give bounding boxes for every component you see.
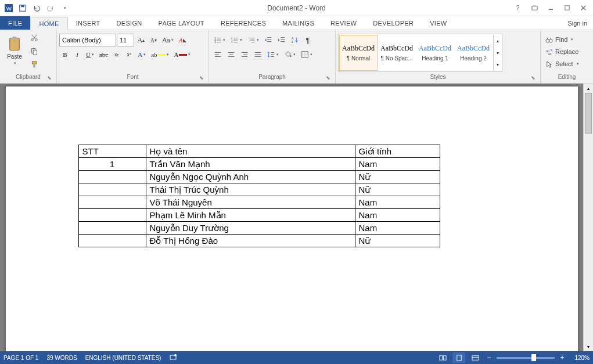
undo-icon[interactable] (30, 2, 43, 15)
table-header-row[interactable]: STTHọ và tênGiới tính (78, 145, 440, 158)
status-bar: PAGE 1 OF 1 39 WORDS ENGLISH (UNITED STA… (0, 351, 593, 364)
align-left-button[interactable] (211, 48, 224, 61)
paragraph-dialog-launcher[interactable] (325, 74, 332, 81)
multilevel-list-button[interactable] (245, 34, 261, 46)
styles-scroll-up[interactable]: ▴ (493, 35, 501, 47)
word-app-icon[interactable]: W (2, 2, 15, 15)
tab-mailings[interactable]: MAILINGS (274, 16, 322, 30)
vertical-scrollbar[interactable]: ▴ ▾ (583, 84, 593, 351)
style---no-spac---[interactable]: AaBbCcDd¶ No Spac... (378, 35, 416, 71)
clipboard-dialog-launcher[interactable] (46, 74, 53, 81)
svg-text:A: A (292, 37, 294, 40)
align-right-button[interactable] (238, 48, 251, 61)
copy-button[interactable] (28, 45, 41, 57)
decrease-indent-button[interactable] (262, 34, 275, 46)
styles-gallery[interactable]: AaBbCcDd¶ NormalAaBbCcDd¶ No Spac...AaBb… (338, 34, 502, 72)
highlight-button[interactable]: ab (149, 48, 171, 61)
redo-icon[interactable] (44, 2, 57, 15)
sort-button[interactable]: AZ (289, 34, 301, 46)
show-hide-button[interactable]: ¶ (302, 34, 314, 46)
clear-formatting-button[interactable]: A◣ (177, 34, 189, 46)
page[interactable]: STTHọ và tênGiới tính1Trần Văn MạnhNamNg… (6, 87, 578, 351)
table-row[interactable]: Đỗ Thị Hồng ĐàoNữ (78, 235, 440, 247)
read-mode-button[interactable] (436, 352, 449, 363)
tab-page-layout[interactable]: PAGE LAYOUT (150, 16, 213, 30)
tab-view[interactable]: VIEW (422, 16, 455, 30)
shrink-font-button[interactable]: A▾ (148, 34, 159, 46)
scroll-thumb[interactable] (585, 93, 592, 134)
styles-scroll-down[interactable]: ▾ (493, 47, 501, 59)
table-row[interactable]: 1Trần Văn MạnhNam (78, 158, 440, 171)
status-words[interactable]: 39 WORDS (46, 355, 77, 361)
font-dialog-launcher[interactable] (198, 74, 205, 81)
outdent-icon (264, 36, 272, 44)
style-heading-2[interactable]: AaBbCcDdHeading 2 (454, 35, 493, 71)
change-case-button[interactable]: Aa (160, 34, 175, 46)
select-button[interactable]: Select (543, 58, 581, 70)
paste-button[interactable]: Paste (2, 31, 27, 70)
numbering-button[interactable]: 123 (228, 34, 245, 46)
status-page[interactable]: PAGE 1 OF 1 (3, 355, 38, 361)
cut-button[interactable] (28, 31, 41, 44)
font-color-button[interactable]: A (172, 48, 193, 61)
status-language[interactable]: ENGLISH (UNITED STATES) (85, 355, 161, 361)
qat-customize-icon[interactable] (58, 2, 71, 15)
tab-developer[interactable]: DEVELOPER (365, 16, 422, 30)
tab-review[interactable]: REVIEW (322, 16, 365, 30)
tab-insert[interactable]: INSERT (68, 16, 109, 30)
help-icon[interactable]: ? (511, 2, 526, 15)
increase-indent-button[interactable] (275, 34, 288, 46)
sign-in-link[interactable]: Sign in (562, 16, 593, 30)
zoom-out-button[interactable]: − (485, 354, 493, 362)
style-heading-1[interactable]: AaBbCcDdHeading 1 (416, 35, 454, 71)
zoom-level[interactable]: 120% (570, 355, 590, 361)
table-row[interactable]: Phạm Lê Minh MẫnNam (78, 209, 440, 222)
document-scroll[interactable]: STTHọ và tênGiới tính1Trần Văn MạnhNamNg… (0, 84, 583, 351)
zoom-slider[interactable] (497, 357, 555, 359)
minimize-icon[interactable] (543, 2, 558, 15)
align-center-button[interactable] (225, 48, 238, 61)
find-button[interactable]: Find (543, 34, 576, 45)
zoom-in-button[interactable]: + (558, 354, 566, 362)
ribbon-options-icon[interactable] (527, 2, 542, 15)
format-painter-button[interactable] (28, 58, 41, 71)
superscript-button[interactable]: x² (123, 48, 135, 61)
subscript-button[interactable]: x₂ (111, 48, 123, 61)
strikethrough-button[interactable]: abc (97, 48, 110, 61)
maximize-icon[interactable] (559, 2, 574, 15)
web-layout-button[interactable] (469, 352, 481, 363)
table-row[interactable]: Nguyễn Ngọc Quỳnh AnhNữ (78, 171, 440, 183)
bold-button[interactable]: B (59, 48, 71, 61)
zoom-thumb[interactable] (531, 354, 536, 361)
line-spacing-button[interactable] (265, 48, 281, 61)
underline-button[interactable]: U (84, 48, 96, 61)
styles-dialog-launcher[interactable] (530, 74, 537, 81)
save-icon[interactable] (16, 2, 29, 15)
justify-button[interactable] (251, 48, 264, 61)
text-effects-button[interactable]: A (135, 48, 148, 61)
style---normal[interactable]: AaBbCcDd¶ Normal (339, 35, 378, 71)
table-row[interactable]: Võ Thái NguyênNam (78, 196, 440, 209)
borders-button[interactable] (299, 48, 315, 61)
scroll-down-icon[interactable]: ▾ (584, 342, 593, 351)
font-size-combo[interactable] (117, 34, 134, 46)
tab-file[interactable]: FILE (0, 16, 30, 30)
tab-references[interactable]: REFERENCES (213, 16, 274, 30)
document-table[interactable]: STTHọ và tênGiới tính1Trần Văn MạnhNamNg… (78, 145, 440, 247)
font-name-combo[interactable] (59, 34, 116, 46)
tab-design[interactable]: DESIGN (109, 16, 150, 30)
shading-button[interactable] (282, 48, 298, 61)
scroll-up-icon[interactable]: ▴ (584, 84, 593, 93)
tab-home[interactable]: HOME (30, 17, 67, 30)
styles-expand[interactable]: ▾ (493, 59, 501, 71)
bullets-button[interactable] (211, 34, 228, 46)
table-row[interactable]: Thái Thị Trúc QuỳnhNữ (78, 183, 440, 196)
italic-button[interactable]: I (71, 48, 83, 61)
table-row[interactable]: Nguyễn Duy TrườngNam (78, 222, 440, 235)
replace-button[interactable]: abacReplace (543, 46, 581, 57)
macro-record-icon[interactable] (169, 353, 177, 362)
close-icon[interactable] (576, 2, 591, 15)
print-layout-button[interactable] (452, 352, 465, 363)
grow-font-button[interactable]: A▴ (135, 34, 147, 46)
scroll-track[interactable] (584, 93, 593, 342)
